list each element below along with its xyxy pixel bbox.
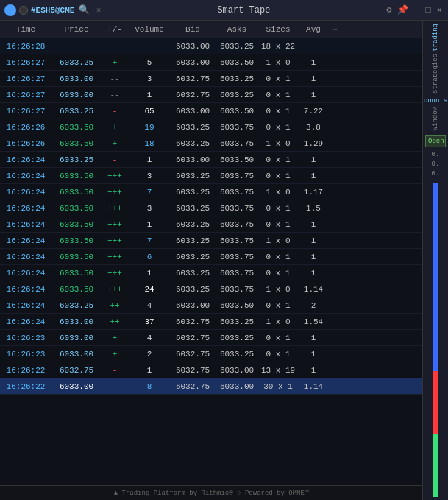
cell-avg: 1.29: [297, 139, 330, 148]
maximize-icon[interactable]: □: [424, 5, 433, 15]
cell-price: 6033.50: [51, 269, 102, 278]
cell-change: +++: [102, 285, 128, 294]
cell-price: 6032.75: [51, 366, 102, 375]
cell-ask: 6033.25: [215, 317, 259, 326]
table-row[interactable]: 16:26:24 6033.50 +++ 7 6033.25 6033.75 1…: [0, 233, 422, 249]
cell-avg: 1: [297, 366, 330, 375]
cell-change: -: [102, 107, 128, 116]
table-header: Time Price +/- Volume Bid Asks Sizes Avg…: [0, 21, 422, 38]
cell-time: 16:26:24: [0, 172, 51, 180]
cell-bid: 6033.00: [171, 58, 215, 67]
cell-sizes: 1 x 0: [259, 58, 297, 67]
cell-volume: 4: [128, 334, 171, 342]
cell-avg: 1: [297, 91, 330, 99]
cell-volume: 1: [128, 220, 171, 229]
cell-time: 16:26:27: [0, 74, 51, 83]
sidebar-val-2: 0.: [432, 161, 440, 168]
cell-bid: 6033.25: [171, 220, 215, 229]
col-more[interactable]: ⋯: [330, 24, 340, 34]
table-row[interactable]: 16:26:24 6033.50 +++ 6 6033.25 6033.75 0…: [0, 249, 422, 265]
cell-sizes: 0 x 1: [259, 155, 297, 164]
cell-time: 16:26:22: [0, 382, 51, 391]
cell-ask: 6033.25: [215, 350, 259, 359]
col-asks: Asks: [215, 25, 259, 34]
cell-change: -: [102, 155, 128, 164]
table-row[interactable]: 16:26:24 6033.50 +++ 1 6033.25 6033.75 0…: [0, 216, 422, 233]
table-row[interactable]: 16:26:27 6033.00 -- 3 6032.75 6033.25 0 …: [0, 71, 422, 87]
cell-sizes: 0 x 1: [259, 107, 297, 116]
cell-time: 16:26:22: [0, 366, 51, 375]
cell-ask: 6033.25: [215, 74, 259, 83]
cell-time: 16:26:24: [0, 317, 51, 326]
open-button[interactable]: Open: [425, 135, 446, 147]
strategies-label[interactable]: strategies: [432, 54, 439, 94]
cell-ask: 6033.25: [215, 91, 259, 99]
table-row[interactable]: 16:26:24 6033.50 +++ 3 6033.25 6033.75 0…: [0, 200, 422, 216]
table-row[interactable]: 16:26:24 6033.50 +++ 3 6033.25 6033.75 0…: [0, 168, 422, 184]
table-row[interactable]: 16:26:27 6033.25 - 65 6033.00 6033.50 0 …: [0, 103, 422, 119]
cell-volume: 1: [128, 366, 171, 375]
table-row[interactable]: 16:26:22 6032.75 - 1 6032.75 6033.00 13 …: [0, 362, 422, 378]
close-icon[interactable]: ✕: [435, 4, 444, 15]
table-row[interactable]: 16:26:24 6033.25 - 1 6033.00 6033.50 0 x…: [0, 152, 422, 168]
table-row[interactable]: 16:26:24 6033.50 +++ 7 6033.25 6033.75 1…: [0, 184, 422, 200]
cell-avg: 1: [297, 253, 330, 261]
cell-bid: 6033.25: [171, 123, 215, 132]
cell-avg: 1: [297, 350, 330, 359]
cell-ask: 6033.25: [215, 334, 259, 342]
cell-time: 16:26:24: [0, 285, 51, 294]
search-icon[interactable]: 🔍: [77, 4, 91, 15]
table-row[interactable]: 16:26:28 6033.00 6033.25 18 x 22: [0, 38, 422, 54]
cell-time: 16:26:27: [0, 91, 51, 99]
settings-icon[interactable]: ⚙: [385, 4, 393, 15]
cell-price: 6033.00: [51, 382, 102, 391]
cell-ask: 6033.75: [215, 172, 259, 180]
cell-bid: 6033.25: [171, 285, 215, 294]
cell-bid: 6033.25: [171, 139, 215, 148]
table-row[interactable]: 16:26:24 6033.50 +++ 24 6033.25 6033.75 …: [0, 281, 422, 297]
cell-sizes: 0 x 1: [259, 123, 297, 132]
cell-volume: 24: [128, 285, 171, 294]
cell-sizes: 0 x 1: [259, 172, 297, 180]
cell-sizes: 1 x 0: [259, 317, 297, 326]
cell-change: +++: [102, 236, 128, 245]
cell-bid: 6033.25: [171, 236, 215, 245]
color-bar: [433, 183, 438, 497]
minimize-icon[interactable]: ─: [413, 5, 421, 15]
col-avg: Avg: [297, 25, 330, 34]
cell-price: 6033.00: [51, 350, 102, 359]
pin-icon[interactable]: 📌: [396, 4, 410, 15]
table-row[interactable]: 16:26:27 6033.00 -- 1 6032.75 6033.25 0 …: [0, 87, 422, 103]
cell-volume: 5: [128, 58, 171, 67]
cell-volume: 6: [128, 253, 171, 261]
table-row[interactable]: 16:26:24 6033.00 ++ 37 6032.75 6033.25 1…: [0, 314, 422, 330]
star-icon[interactable]: ✳: [94, 4, 102, 15]
cell-change: +++: [102, 188, 128, 197]
cell-avg: 3.8: [297, 123, 330, 132]
cell-sizes: 0 x 1: [259, 350, 297, 359]
cell-ask: 6033.25: [215, 42, 259, 51]
table-row[interactable]: 16:26:24 6033.50 +++ 1 6033.25 6033.75 0…: [0, 265, 422, 281]
table-row[interactable]: 16:26:23 6033.00 + 2 6032.75 6033.25 0 x…: [0, 346, 422, 362]
trading-label[interactable]: trading: [432, 24, 439, 52]
cell-ask: 6033.50: [215, 107, 259, 116]
counts-label[interactable]: counts: [424, 97, 447, 105]
table-row[interactable]: 16:26:26 6033.50 + 19 6033.25 6033.75 0 …: [0, 119, 422, 135]
table-row[interactable]: 16:26:24 6033.25 ++ 4 6033.00 6033.50 0 …: [0, 297, 422, 314]
cell-change: -: [102, 366, 128, 375]
cell-avg: 1: [297, 220, 330, 229]
cell-ask: 6033.75: [215, 220, 259, 229]
window-label[interactable]: window: [432, 107, 439, 130]
cell-change: --: [102, 91, 128, 99]
cell-avg: 2: [297, 301, 330, 310]
table-row[interactable]: 16:26:26 6033.50 + 18 6033.25 6033.75 1 …: [0, 135, 422, 152]
table-row[interactable]: 16:26:27 6033.25 + 5 6033.00 6033.50 1 x…: [0, 54, 422, 71]
cell-ask: 6033.75: [215, 188, 259, 197]
table-row[interactable]: 16:26:22 6033.00 - 8 6032.75 6033.00 30 …: [0, 378, 422, 395]
cell-volume: 1: [128, 91, 171, 99]
window-btn-1[interactable]: [19, 6, 28, 15]
cell-sizes: 0 x 1: [259, 269, 297, 278]
table-row[interactable]: 16:26:23 6033.00 + 4 6032.75 6033.25 0 x…: [0, 330, 422, 346]
cell-time: 16:26:23: [0, 350, 51, 359]
cell-time: 16:26:24: [0, 236, 51, 245]
